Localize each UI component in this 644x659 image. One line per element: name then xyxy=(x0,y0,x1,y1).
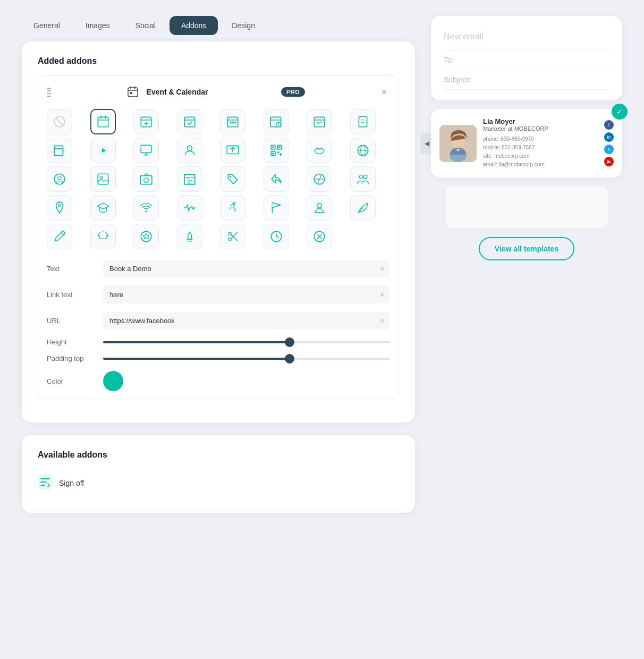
sig-mobile: 802-359-7867 xyxy=(502,145,535,150)
icon-none[interactable] xyxy=(47,109,72,134)
linkedin-social-icon[interactable]: in xyxy=(604,132,614,142)
icon-pencil[interactable] xyxy=(47,224,72,249)
svg-rect-49 xyxy=(279,153,281,155)
svg-rect-22 xyxy=(270,117,281,126)
available-addons-card: Available addons Sign off xyxy=(22,435,415,513)
icon-group[interactable] xyxy=(350,166,376,192)
svg-rect-0 xyxy=(128,88,138,97)
youtube-social-icon[interactable]: ▶ xyxy=(604,157,614,166)
icon-beach[interactable] xyxy=(307,195,332,221)
tab-social[interactable]: Social xyxy=(124,16,167,35)
icon-basketball[interactable] xyxy=(307,166,332,192)
text-field-row: Text × xyxy=(47,260,390,277)
color-label: Color xyxy=(47,377,95,385)
svg-rect-29 xyxy=(359,116,367,127)
view-all-templates-button[interactable]: View all templates xyxy=(479,237,574,260)
tab-addons[interactable]: Addons xyxy=(170,16,218,35)
icon-graduation[interactable] xyxy=(90,195,116,221)
icon-globe[interactable] xyxy=(350,138,376,163)
url-label: URL xyxy=(47,317,95,325)
svg-rect-43 xyxy=(272,146,274,148)
icon-tag[interactable] xyxy=(220,166,245,192)
text-input[interactable] xyxy=(103,260,390,277)
icon-check-calendar[interactable] xyxy=(177,109,202,134)
icon-leaf[interactable] xyxy=(350,195,376,221)
icon-add-event[interactable] xyxy=(133,109,159,134)
email-subject-label: Subject: xyxy=(444,75,471,84)
tab-images[interactable]: Images xyxy=(74,16,122,35)
icon-run[interactable] xyxy=(220,195,245,221)
icon-camera[interactable] xyxy=(133,166,159,192)
icon-recycle[interactable] xyxy=(90,224,116,249)
height-slider-row: Height xyxy=(47,338,390,346)
svg-point-56 xyxy=(100,176,102,179)
text-clear-button[interactable]: × xyxy=(380,264,385,274)
icon-share[interactable] xyxy=(264,166,289,192)
svg-marker-69 xyxy=(97,203,109,209)
padding-top-slider-track[interactable] xyxy=(103,358,390,360)
link-text-label: Link text xyxy=(47,291,95,299)
url-clear-button[interactable]: × xyxy=(380,316,385,326)
tab-design[interactable]: Design xyxy=(220,16,267,35)
svg-rect-19 xyxy=(230,122,232,123)
sig-phone: 630-885-9970 xyxy=(501,136,533,142)
icon-wifi[interactable] xyxy=(133,195,159,221)
sig-details: phone: 630-885-9970 mobile: 802-359-7867… xyxy=(483,135,598,169)
icon-scissors[interactable] xyxy=(220,224,245,249)
link-text-input[interactable] xyxy=(103,286,390,303)
addon-name: Event & Calendar xyxy=(147,88,208,96)
icon-calendar-selected[interactable] xyxy=(90,109,116,134)
icon-heartrate[interactable] xyxy=(177,195,202,221)
tab-general[interactable]: General xyxy=(22,16,72,35)
svg-point-70 xyxy=(145,210,147,212)
link-text-clear-button[interactable]: × xyxy=(380,290,385,300)
text-input-wrap: × xyxy=(103,260,390,277)
icon-clipboard[interactable] xyxy=(350,109,376,134)
icon-image-frame[interactable] xyxy=(90,166,116,192)
icon-building[interactable] xyxy=(177,166,202,192)
icon-edit-calendar[interactable] xyxy=(47,138,72,163)
icon-grid-calendar[interactable] xyxy=(220,109,245,134)
icon-list-calendar[interactable] xyxy=(307,109,332,134)
icon-clock-round[interactable] xyxy=(264,224,289,249)
icon-person[interactable] xyxy=(177,138,202,163)
icon-user-circle[interactable] xyxy=(47,166,72,192)
icon-map-pin[interactable] xyxy=(47,195,72,221)
reorder-handle[interactable] xyxy=(47,88,51,97)
svg-point-78 xyxy=(141,231,151,242)
icon-presentation[interactable] xyxy=(133,138,159,163)
icon-x-circle[interactable] xyxy=(307,224,332,249)
icon-clock-calendar[interactable] xyxy=(264,109,289,134)
icon-screen-share[interactable] xyxy=(220,138,245,163)
twitter-social-icon[interactable]: t xyxy=(604,145,614,154)
icon-soccer[interactable] xyxy=(133,224,159,249)
signature-template-card-2[interactable] xyxy=(445,186,608,229)
signature-template-card[interactable]: ✓ xyxy=(431,109,622,178)
addon-calendar-icon xyxy=(124,83,141,100)
close-addon-button[interactable]: × xyxy=(378,86,390,98)
icon-grid xyxy=(47,109,390,249)
svg-line-76 xyxy=(61,232,64,235)
signature-info: Lia Moyer Marketer at MOBECORP phone: 63… xyxy=(483,117,598,169)
icon-chess[interactable] xyxy=(177,224,202,249)
facebook-social-icon[interactable]: f xyxy=(604,120,614,130)
signature-preview: Lia Moyer Marketer at MOBECORP phone: 63… xyxy=(439,117,614,169)
sig-phone-label: phone: xyxy=(483,136,501,142)
icon-play[interactable] xyxy=(90,138,116,163)
url-field-row: URL × xyxy=(47,312,390,330)
padding-top-label: Padding top xyxy=(47,354,95,362)
url-input[interactable] xyxy=(103,312,390,330)
signoff-addon-item[interactable]: Sign off xyxy=(38,468,399,498)
sig-email-label: email: xyxy=(483,162,498,167)
sig-email: lia@mobecorp.com xyxy=(498,162,544,167)
svg-point-73 xyxy=(317,203,322,208)
icon-handshake[interactable] xyxy=(307,138,332,163)
added-addons-title: Added addons xyxy=(38,56,399,66)
height-slider-track[interactable] xyxy=(103,341,390,343)
svg-rect-32 xyxy=(54,146,63,155)
email-subject: Subject: xyxy=(444,70,609,90)
color-swatch[interactable] xyxy=(103,371,123,391)
icon-qr[interactable] xyxy=(264,138,289,163)
icon-flag[interactable] xyxy=(264,195,289,221)
svg-point-83 xyxy=(228,232,231,235)
